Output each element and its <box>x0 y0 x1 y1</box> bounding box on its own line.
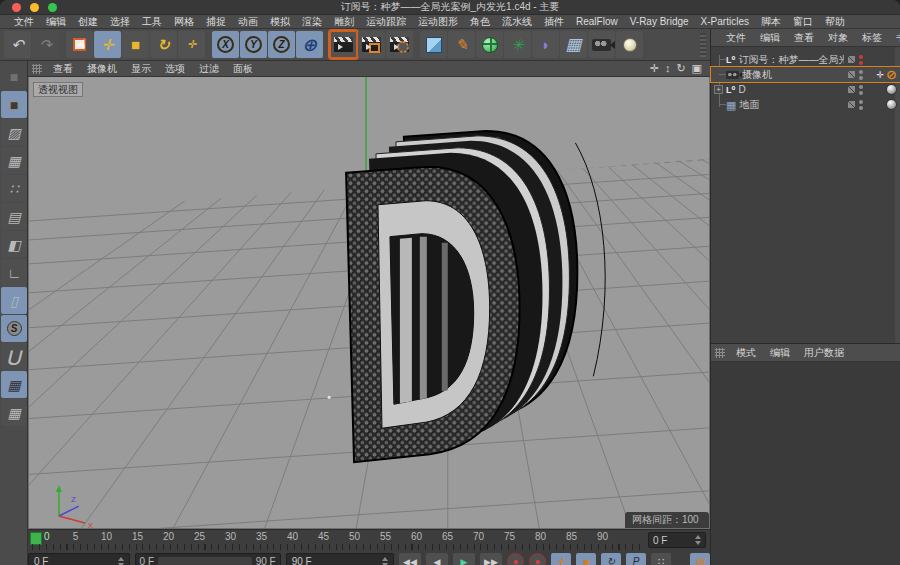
menu-item[interactable]: 帮助 <box>819 15 851 29</box>
render-settings-button[interactable] <box>386 31 413 58</box>
move-tool-button[interactable]: ✛ <box>94 31 121 58</box>
goto-start-button[interactable]: ◀◀ <box>399 553 421 565</box>
panel-handle-icon[interactable] <box>32 64 42 74</box>
menu-item[interactable]: 编辑 <box>40 15 72 29</box>
material-tag-icon[interactable] <box>886 99 897 110</box>
target-tag-icon[interactable]: ✛ <box>877 70 885 80</box>
undo-button[interactable]: ↶ <box>4 31 31 58</box>
make-editable-button[interactable]: ■ <box>1 63 27 90</box>
range-end-field[interactable]: 90 F <box>286 553 394 565</box>
panel-handle-icon[interactable] <box>715 348 725 358</box>
menu-item[interactable]: 流水线 <box>496 15 538 29</box>
object-manager-menu-item[interactable]: 查看 <box>787 31 821 45</box>
next-frame-button[interactable]: ▶▶ <box>480 553 502 565</box>
orbit-view-icon[interactable]: ↻ <box>676 62 685 75</box>
mograph-button[interactable]: ✳ <box>504 31 531 58</box>
viewport-menu-item[interactable]: 查看 <box>46 62 80 76</box>
add-cube-button[interactable] <box>420 31 447 58</box>
range-start-spinner[interactable] <box>118 554 124 565</box>
model-mode-button[interactable]: ■ <box>1 91 27 118</box>
dolly-view-icon[interactable]: ↕ <box>665 62 671 75</box>
planar-workplane-button[interactable]: ▦ <box>1 399 27 426</box>
play-button[interactable]: ▶ <box>453 553 475 565</box>
last-tool-button[interactable]: ✛ <box>178 31 205 58</box>
enable-axis-button[interactable]: ∟ <box>1 259 27 286</box>
record-position-button[interactable]: ✛ <box>551 553 571 565</box>
menu-item[interactable]: X-Particles <box>695 16 755 27</box>
snap-settings-button[interactable]: S <box>1 315 27 342</box>
record-keyframe-button[interactable]: ● <box>507 553 524 565</box>
viewport-menu-item[interactable]: 显示 <box>124 62 158 76</box>
viewport-menu-item[interactable]: 选项 <box>158 62 192 76</box>
menu-item[interactable]: RealFlow <box>570 16 624 27</box>
menu-item[interactable]: 选择 <box>104 15 136 29</box>
letter-d-object[interactable] <box>346 131 605 462</box>
menu-item[interactable]: 雕刻 <box>328 15 360 29</box>
layer-chip[interactable] <box>848 56 855 63</box>
autokey-button[interactable]: ● <box>529 553 546 565</box>
lock-x-axis-button[interactable]: X <box>212 31 239 58</box>
menu-item[interactable]: 捕捉 <box>200 15 232 29</box>
menu-item[interactable]: 文件 <box>8 15 40 29</box>
lock-z-axis-button[interactable]: Z <box>268 31 295 58</box>
record-rotation-button[interactable]: ↻ <box>601 553 621 565</box>
frame-spinner[interactable] <box>695 532 701 548</box>
object-row-null[interactable]: L⁰ 订阅号：种梦——全局光案例 <box>711 52 900 67</box>
menu-item[interactable]: 脚本 <box>755 15 787 29</box>
lock-workplane-button[interactable]: ▦ <box>1 371 27 398</box>
menu-item[interactable]: 模拟 <box>264 15 296 29</box>
object-row-floor[interactable]: ▦ 地面 <box>711 97 900 112</box>
timeline-ruler[interactable]: 051015202530354045505560657075808590 <box>28 530 646 551</box>
viewport-menu-item[interactable]: 面板 <box>226 62 260 76</box>
range-end-spinner[interactable] <box>382 554 388 565</box>
menu-item[interactable]: 运动图形 <box>412 15 464 29</box>
scale-tool-button[interactable]: ■ <box>122 31 149 58</box>
add-camera-button[interactable] <box>588 31 615 58</box>
texture-mode-button[interactable]: ▨ <box>1 119 27 146</box>
menu-item[interactable]: 渲染 <box>296 15 328 29</box>
record-pla-button[interactable]: ∷ <box>651 553 671 565</box>
expand-toggle[interactable]: + <box>714 85 723 94</box>
menu-item[interactable]: 插件 <box>538 15 570 29</box>
workplane-mode-button[interactable]: ▦ <box>1 147 27 174</box>
rotate-tool-button[interactable]: ↻ <box>150 31 177 58</box>
visibility-dots[interactable] <box>859 55 863 65</box>
render-view-button[interactable] <box>330 31 357 58</box>
coordinate-system-button[interactable]: ⊕ <box>296 31 323 58</box>
polygons-mode-button[interactable]: ◧ <box>1 231 27 258</box>
protection-tag-icon[interactable]: ⊘ <box>886 69 897 81</box>
keyframe-selection-button[interactable]: ▤ <box>690 553 710 565</box>
add-light-button[interactable] <box>616 31 643 58</box>
snap-toggle-button[interactable]: ⋃ <box>1 343 27 370</box>
menu-item[interactable]: 动画 <box>232 15 264 29</box>
viewport-menu-item[interactable]: 过滤 <box>192 62 226 76</box>
viewport-solo-button[interactable]: ▯ <box>1 287 27 314</box>
record-parameter-button[interactable]: P <box>626 553 646 565</box>
subdivision-surface-button[interactable] <box>476 31 503 58</box>
menu-item[interactable]: V-Ray Bridge <box>624 16 695 27</box>
object-manager-menu-item[interactable]: 对象 <box>821 31 855 45</box>
perspective-viewport[interactable]: Z X 透视视图 网格间距：100 cm <box>28 77 710 529</box>
add-spline-button[interactable]: ✎ <box>448 31 475 58</box>
attribute-manager-menu-item[interactable]: 用户数据 <box>797 346 851 360</box>
range-start-field[interactable]: 0 F <box>28 553 130 565</box>
viewport-menu-item[interactable]: 摄像机 <box>80 62 124 76</box>
prev-frame-button[interactable]: ◀ <box>426 553 448 565</box>
object-manager-menu-item[interactable]: 书签 <box>889 31 900 45</box>
attribute-manager-menu-item[interactable]: 模式 <box>729 346 763 360</box>
layer-chip[interactable] <box>848 101 855 108</box>
layer-chip[interactable] <box>848 71 855 78</box>
object-row-d[interactable]: + L⁰ D <box>711 82 900 97</box>
add-environment-button[interactable]: ▦ <box>560 31 587 58</box>
menu-item[interactable]: 运动跟踪 <box>360 15 412 29</box>
object-manager-menu-item[interactable]: 文件 <box>719 31 753 45</box>
range-track[interactable] <box>158 557 252 565</box>
layer-chip[interactable] <box>848 86 855 93</box>
current-frame-field[interactable]: 0 F <box>648 532 706 548</box>
menu-item[interactable]: 窗口 <box>787 15 819 29</box>
menu-item[interactable]: 角色 <box>464 15 496 29</box>
edges-mode-button[interactable]: ▤ <box>1 203 27 230</box>
attribute-manager-menu-item[interactable]: 编辑 <box>763 346 797 360</box>
record-scale-button[interactable]: ■ <box>576 553 596 565</box>
points-mode-button[interactable]: ∷ <box>1 175 27 202</box>
